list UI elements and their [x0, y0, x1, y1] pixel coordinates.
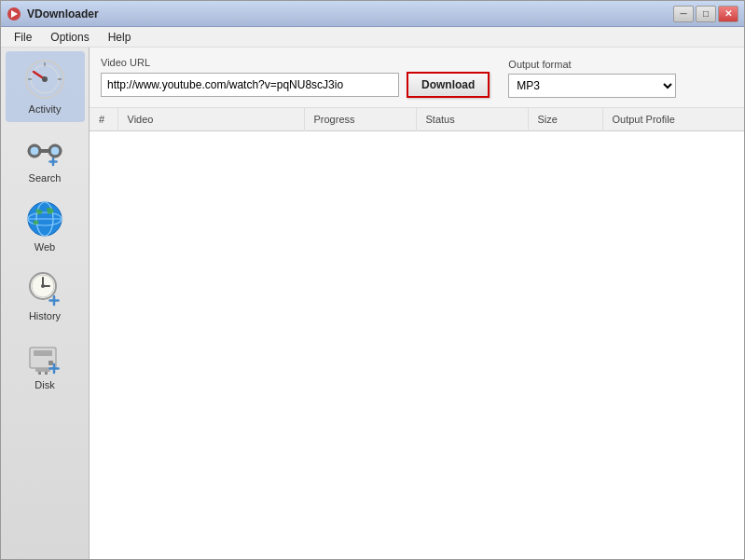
format-label: Output format [508, 59, 676, 70]
url-input[interactable] [101, 73, 399, 97]
sidebar-item-disk-label: Disk [34, 379, 54, 390]
title-buttons: ─ □ ✕ [673, 6, 738, 22]
svg-rect-11 [39, 149, 50, 153]
sidebar-item-history[interactable]: History [6, 262, 85, 329]
web-icon [26, 200, 63, 238]
sidebar-item-activity-label: Activity [29, 103, 62, 115]
menu-file[interactable]: File [5, 29, 41, 46]
col-status: Status [416, 108, 528, 131]
sidebar-item-history-label: History [29, 310, 61, 321]
url-row: Download [101, 72, 490, 98]
sidebar-item-web-label: Web [34, 241, 55, 253]
svg-point-8 [42, 76, 48, 82]
disk-icon [26, 338, 63, 376]
col-output-profile: Output Profile [602, 108, 744, 131]
title-bar-left: VDownloader [7, 7, 99, 21]
svg-rect-28 [34, 350, 52, 356]
url-group: Video URL Download [101, 57, 490, 98]
sidebar-item-web[interactable]: Web [6, 193, 85, 260]
sidebar-item-activity[interactable]: Activity [6, 51, 85, 122]
search-icon [26, 131, 63, 169]
svg-point-13 [50, 146, 60, 156]
svg-rect-29 [48, 361, 53, 365]
table-area: # Video Progress Status Size Output Prof… [90, 108, 744, 559]
sidebar-item-search-label: Search [29, 172, 62, 184]
svg-point-12 [30, 146, 39, 156]
right-panel: Video URL Download Output format MP3MP4A… [90, 48, 744, 559]
main-window: VDownloader ─ □ ✕ File Options Help [0, 0, 745, 560]
svg-rect-30 [35, 368, 50, 372]
activity-icon [24, 59, 65, 100]
format-select[interactable]: MP3MP4AVIFLVWMVAACOGG [508, 74, 676, 98]
downloads-table: # Video Progress Status Size Output Prof… [90, 108, 744, 131]
svg-rect-32 [45, 372, 48, 375]
history-icon [26, 269, 63, 307]
menu-bar: File Options Help [1, 27, 744, 48]
menu-help[interactable]: Help [99, 29, 141, 46]
title-bar: VDownloader ─ □ ✕ [1, 1, 744, 27]
col-size: Size [528, 108, 602, 131]
app-icon [7, 7, 21, 21]
svg-point-24 [41, 284, 45, 288]
col-number: # [90, 108, 117, 131]
format-group: Output format MP3MP4AVIFLVWMVAACOGG [508, 59, 676, 98]
minimize-button[interactable]: ─ [673, 6, 694, 22]
sidebar: Activity Search [1, 48, 90, 559]
url-label: Video URL [101, 57, 490, 68]
close-button[interactable]: ✕ [718, 6, 738, 22]
sidebar-item-search[interactable]: Search [6, 124, 85, 191]
maximize-button[interactable]: □ [696, 6, 716, 22]
sidebar-item-disk[interactable]: Disk [6, 331, 85, 398]
toolbar: Video URL Download Output format MP3MP4A… [90, 48, 744, 108]
table-header: # Video Progress Status Size Output Prof… [90, 108, 744, 131]
download-button[interactable]: Download [407, 72, 490, 98]
col-video: Video [117, 108, 304, 131]
svg-rect-31 [38, 372, 41, 375]
main-content: Activity Search [1, 48, 744, 559]
col-progress: Progress [304, 108, 416, 131]
menu-options[interactable]: Options [41, 29, 98, 46]
window-title: VDownloader [27, 7, 99, 20]
